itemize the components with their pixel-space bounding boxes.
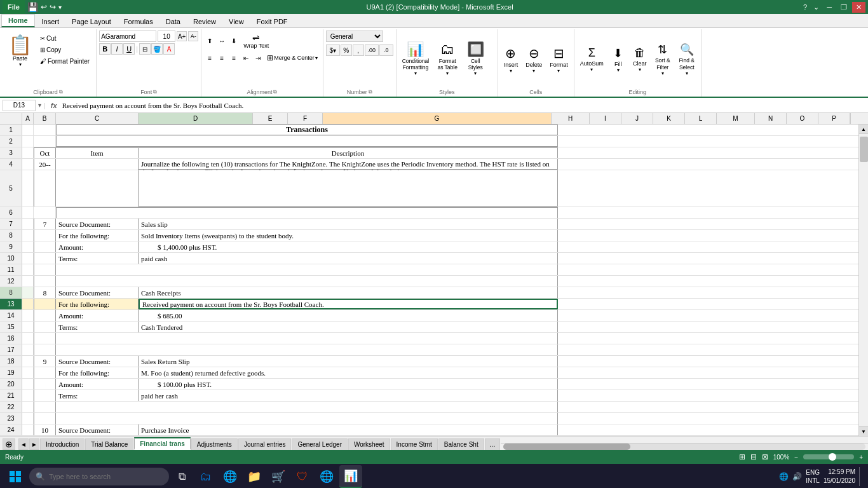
new-sheet-btn[interactable]: ⊕ [3, 438, 15, 450]
cell-A12[interactable] [22, 276, 34, 287]
help-icon[interactable]: ? [801, 2, 810, 13]
cell-C6-border-start[interactable] [56, 207, 558, 218]
cell-B12b[interactable]: 8 [34, 287, 56, 298]
sheet-tab-income-stmt[interactable]: Income Stmt [391, 438, 438, 450]
row-num-17[interactable]: 17 [0, 344, 22, 355]
borders-btn[interactable]: ⊟ [139, 43, 151, 55]
number-dialog-launcher[interactable]: ⧉ [369, 89, 372, 95]
taskbar-icon-chrome[interactable]: 🌐 [315, 465, 338, 488]
italic-btn[interactable]: I [111, 43, 123, 55]
font-name-input[interactable] [99, 30, 156, 42]
col-header-A[interactable]: A [22, 113, 34, 124]
sheet-tab-balance-sht[interactable]: Balance Sht [438, 438, 484, 450]
cell-ref-box[interactable] [3, 100, 36, 111]
vertical-scrollbar[interactable]: ▲ ▼ [858, 125, 868, 436]
col-header-D[interactable]: D [139, 113, 253, 124]
clock[interactable]: 12:59 PM 15/01/2020 [824, 468, 855, 485]
cell-A11[interactable] [22, 264, 34, 275]
sheet-tab-general-ledger[interactable]: General Ledger [292, 438, 348, 450]
sheet-tab-worksheet[interactable]: Worksheet [348, 438, 390, 450]
scroll-indicator[interactable] [850, 113, 859, 124]
conditional-formatting-btn[interactable]: 📊 ConditionalFormatting ▾ [399, 30, 433, 88]
horizontal-scrollbar[interactable] [503, 444, 865, 450]
view-normal-btn[interactable]: ⊞ [739, 452, 745, 461]
cell-B5[interactable] [34, 170, 56, 207]
cell-B9[interactable] [34, 241, 56, 252]
language-indicator[interactable]: ENGINTL [806, 468, 820, 485]
dollar-btn[interactable]: $▾ [326, 44, 340, 56]
row-num-15[interactable]: 15 [0, 322, 22, 332]
find-select-btn[interactable]: 🔍 Find &Select ▾ [675, 30, 698, 88]
cell-B8[interactable] [34, 230, 56, 241]
cell-C1-merged[interactable]: Transactions [56, 125, 558, 135]
underline-btn[interactable]: U [123, 43, 135, 55]
network-icon[interactable]: 🌐 [779, 472, 789, 481]
row-num-10[interactable]: 10 [0, 253, 22, 264]
cell-A14[interactable] [22, 310, 34, 321]
cell-B7-num[interactable]: 7 [34, 219, 56, 229]
row-num-22[interactable]: 22 [0, 402, 22, 412]
clipboard-dialog-launcher[interactable]: ⧉ [59, 89, 63, 95]
paste-btn[interactable]: 📋 Paste ▾ [4, 30, 36, 72]
cell-C7-source-label[interactable]: Source Document: [56, 219, 139, 229]
col-header-M[interactable]: M [717, 113, 755, 124]
tab-data[interactable]: Data [159, 16, 187, 27]
cell-styles-btn[interactable]: 🔲 CellStyles ▾ [463, 30, 488, 88]
cell-C10-terms-label[interactable]: Terms: [56, 253, 139, 264]
cell-D10-terms-val[interactable]: paid cash [139, 253, 558, 264]
format-painter-btn[interactable]: 🖌 Format Painter [37, 56, 92, 67]
tab-scroll-left[interactable]: ◄ [18, 438, 29, 450]
tab-review[interactable]: Review [187, 16, 222, 27]
align-bottom-btn[interactable]: ⬇ [228, 35, 240, 46]
cell-A9[interactable] [22, 241, 34, 252]
col-header-E[interactable]: E [253, 113, 288, 124]
cell-C9-amount-label[interactable]: Amount: [56, 241, 139, 252]
cell-B10[interactable] [34, 253, 56, 264]
align-top-btn[interactable]: ⬆ [204, 35, 215, 46]
alignment-dialog-launcher[interactable]: ⧉ [273, 89, 277, 95]
cell-A12b[interactable] [22, 287, 34, 298]
row-num-2[interactable]: 2 [0, 136, 22, 147]
undo-icon[interactable]: ↩ [41, 3, 47, 11]
sheet-tab-introduction[interactable]: Introduction [40, 438, 85, 450]
cell-B3-Oct[interactable]: Oct [34, 147, 56, 158]
sheet-tab-trial-balance[interactable]: Trial Balance [85, 438, 133, 450]
cell-C5[interactable] [56, 170, 139, 207]
row-num-16[interactable]: 16 [0, 333, 22, 344]
cell-D13-following-val-active[interactable]: Received payment on account from the Sr.… [139, 299, 558, 309]
scroll-up-btn[interactable]: ▲ [859, 125, 869, 134]
zoom-out-btn[interactable]: − [794, 454, 798, 461]
row-num-1[interactable]: 1 [0, 125, 22, 135]
cell-C4[interactable] [56, 159, 139, 170]
cell-C3-item[interactable]: Item [56, 147, 139, 158]
row-num-14[interactable]: 14 [0, 310, 22, 321]
tab-foxitpdf[interactable]: Foxit PDF [250, 16, 294, 27]
row-num-21[interactable]: 21 [0, 390, 22, 401]
cell-A2[interactable] [22, 136, 34, 147]
tab-pagelayout[interactable]: Page Layout [65, 16, 118, 27]
col-header-N[interactable]: N [755, 113, 787, 124]
taskbar-icon-explorer[interactable]: 📁 [243, 465, 266, 488]
taskbar-icon-security[interactable]: 🛡 [291, 465, 314, 488]
start-btn[interactable] [3, 465, 28, 488]
col-header-B[interactable]: B [34, 113, 56, 124]
taskbar-icon-excel-active[interactable]: 📊 [339, 465, 362, 488]
row-num-18[interactable]: 18 [0, 356, 22, 367]
cell-B12[interactable] [34, 276, 56, 287]
copy-btn[interactable]: ⊞ Copy [37, 44, 92, 55]
font-dialog-launcher[interactable]: ⧉ [153, 89, 157, 95]
wrap-text-btn[interactable]: ⇌ Wrap Text [240, 30, 272, 51]
cell-B4-20[interactable]: 20-- [34, 159, 56, 170]
row-num-6[interactable]: 6 [0, 207, 22, 218]
volume-icon[interactable]: 🔊 [792, 472, 802, 481]
tab-home[interactable]: Home [1, 14, 35, 27]
cell-B14[interactable] [34, 310, 56, 321]
increase-font-btn[interactable]: A+ [177, 31, 187, 41]
view-pagebreak-btn[interactable]: ⊠ [762, 452, 768, 461]
cell-D4-G4[interactable]: Journalize the following ten (10) transa… [139, 159, 558, 170]
insert-btn[interactable]: ⊕ Insert ▾ [501, 30, 522, 88]
col-header-K[interactable]: K [653, 113, 685, 124]
taskbar-icon-store[interactable]: 🛒 [267, 465, 290, 488]
select-all-btn[interactable] [0, 113, 22, 124]
col-header-O[interactable]: O [787, 113, 818, 124]
